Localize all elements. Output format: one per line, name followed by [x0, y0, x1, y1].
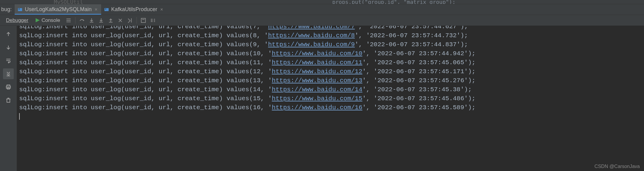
- svg-rect-14: [7, 99, 10, 102]
- editor-fragment-bar: MySQLUtil props.put("group.id", "matrix_…: [0, 0, 644, 4]
- debug-toolbar: Debugger Console: [0, 15, 644, 26]
- watermark: CSDN @CarsonJava: [595, 164, 640, 169]
- console-line: sqlLog:insert into user_log(user_id, url…: [19, 40, 642, 49]
- debugger-label: Debugger: [6, 17, 28, 23]
- url-link[interactable]: https://www.baidu.com/16: [272, 104, 362, 111]
- svg-rect-8: [141, 18, 145, 22]
- app-run-icon: [104, 7, 109, 12]
- divider: [75, 17, 75, 24]
- run-to-cursor-icon[interactable]: [126, 16, 134, 25]
- log-text: ', '2022-06-07 23:57:45.486');: [362, 95, 476, 102]
- threads-icon[interactable]: [64, 16, 73, 25]
- url-link[interactable]: https://www.baidu.com/9: [268, 41, 355, 48]
- drop-frame-icon[interactable]: [116, 16, 124, 25]
- console-line: sqlLog:insert into user_log(user_id, url…: [19, 67, 642, 76]
- close-icon[interactable]: ×: [160, 7, 164, 12]
- tab-label: KafkaUtilsProducer: [111, 6, 157, 13]
- step-out-icon[interactable]: [107, 16, 115, 25]
- url-link[interactable]: https://www.baidu.com/11: [272, 59, 362, 66]
- log-text: ', '2022-06-07 23:57:44.627');: [355, 26, 468, 30]
- url-link[interactable]: https://www.baidu.com/8: [268, 32, 355, 39]
- scroll-to-end-icon[interactable]: [3, 68, 14, 79]
- main-area: sqlLog:insert into user_log(user_id, url…: [0, 26, 644, 171]
- url-link[interactable]: https://www.baidu.com/7: [268, 26, 355, 30]
- soft-wrap-icon[interactable]: [3, 55, 14, 66]
- scroll-down-icon[interactable]: [3, 42, 14, 53]
- url-link[interactable]: https://www.baidu.com/14: [272, 86, 362, 93]
- console-gutter: [0, 26, 17, 171]
- svg-rect-9: [142, 19, 145, 20]
- console-line: sqlLog:insert into user_log(user_id, url…: [19, 31, 642, 40]
- console-line: sqlLog:insert into user_log(user_id, url…: [19, 76, 642, 85]
- divider: [136, 17, 137, 24]
- text-cursor: [19, 113, 20, 120]
- log-text: ', '2022-06-07 23:57:45.171');: [362, 68, 476, 75]
- log-text: ', '2022-06-07 23:57:45.276');: [362, 77, 476, 84]
- url-link[interactable]: https://www.baidu.com/13: [272, 77, 362, 84]
- url-link[interactable]: https://www.baidu.com/15: [272, 95, 362, 102]
- console-line: sqlLog:insert into user_log(user_id, url…: [19, 103, 642, 112]
- console-line: sqlLog:insert into user_log(user_id, url…: [19, 85, 642, 94]
- app-run-icon: [18, 7, 22, 12]
- trace-current-stream-icon[interactable]: [149, 16, 157, 25]
- evaluate-expression-icon[interactable]: [139, 16, 148, 25]
- svg-rect-6: [109, 22, 113, 22]
- log-text: sqlLog:insert into user_log(user_id, url…: [19, 68, 272, 75]
- log-text: ', '2022-06-07 23:57:45.38');: [362, 86, 472, 93]
- url-link[interactable]: https://www.baidu.com/10: [272, 50, 362, 57]
- tab-label: UserLogKafka2MySQLMain: [25, 6, 92, 13]
- tab-userlogkafka2mysqlmain[interactable]: UserLogKafka2MySQLMain ×: [15, 4, 101, 15]
- log-text: ', '2022-06-07 23:57:44.837');: [355, 41, 468, 48]
- log-text: sqlLog:insert into user_log(user_id, url…: [19, 95, 272, 102]
- scroll-up-icon[interactable]: [3, 29, 14, 40]
- tab-kafkautilsproducer[interactable]: KafkaUtilsProducer ×: [101, 4, 167, 15]
- svg-rect-2: [104, 8, 109, 11]
- svg-rect-4: [90, 22, 93, 22]
- console-output[interactable]: sqlLog:insert into user_log(user_id, url…: [17, 26, 644, 171]
- step-into-icon[interactable]: [87, 16, 96, 25]
- svg-rect-1: [19, 9, 20, 9]
- url-link[interactable]: https://www.baidu.com/12: [272, 68, 362, 75]
- debug-label: bug:: [0, 4, 15, 15]
- log-text: sqlLog:insert into user_log(user_id, url…: [19, 104, 272, 111]
- console-line: sqlLog:insert into user_log(user_id, url…: [19, 94, 642, 103]
- log-text: sqlLog:insert into user_log(user_id, url…: [19, 50, 272, 57]
- close-icon[interactable]: ×: [94, 7, 98, 12]
- log-text: ', '2022-06-07 23:57:45.065');: [362, 59, 476, 66]
- log-text: ', '2022-06-07 23:57:45.589');: [362, 104, 476, 111]
- log-text: sqlLog:insert into user_log(user_id, url…: [19, 26, 268, 30]
- log-text: sqlLog:insert into user_log(user_id, url…: [19, 59, 272, 66]
- svg-rect-5: [99, 22, 103, 22]
- force-step-into-icon[interactable]: [97, 16, 105, 25]
- debugger-tab[interactable]: Debugger: [3, 16, 31, 25]
- log-text: sqlLog:insert into user_log(user_id, url…: [19, 77, 272, 84]
- svg-rect-7: [131, 18, 132, 22]
- log-text: sqlLog:insert into user_log(user_id, url…: [19, 41, 268, 48]
- svg-rect-3: [105, 9, 106, 9]
- log-text: sqlLog:insert into user_log(user_id, url…: [19, 86, 272, 93]
- console-line: sqlLog:insert into user_log(user_id, url…: [19, 58, 642, 67]
- log-text: ', '2022-06-07 23:57:44.942');: [362, 50, 476, 57]
- editor-fragment-left: MySQLUtil: [54, 0, 83, 4]
- print-icon[interactable]: [3, 82, 14, 92]
- console-tab[interactable]: Console: [33, 16, 63, 25]
- console-line: sqlLog:insert into user_log(user_id, url…: [19, 26, 642, 31]
- console-label: Console: [42, 17, 60, 23]
- clear-all-icon[interactable]: [3, 95, 14, 106]
- svg-rect-10: [7, 76, 10, 76]
- step-over-icon[interactable]: [78, 16, 86, 25]
- editor-fragment-right: props.put("group.id", "matrix_group");: [332, 0, 455, 4]
- run-tabs-bar: bug: UserLogKafka2MySQLMain × KafkaUtils…: [0, 4, 644, 15]
- svg-rect-0: [18, 8, 22, 11]
- console-line: sqlLog:insert into user_log(user_id, url…: [19, 49, 642, 58]
- play-icon: [36, 18, 40, 22]
- log-text: ', '2022-06-07 23:57:44.732');: [355, 32, 468, 39]
- log-text: sqlLog:insert into user_log(user_id, url…: [19, 32, 268, 39]
